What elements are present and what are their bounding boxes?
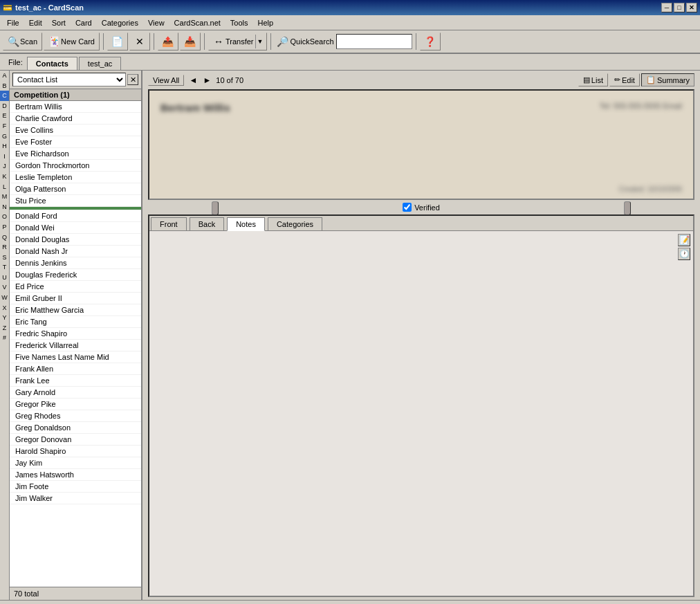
notes-clock-icon[interactable]: 🕐: [678, 248, 690, 260]
list-item[interactable]: Eric Matthew Garcia: [10, 304, 141, 316]
menu-edit[interactable]: Edit: [25, 17, 46, 28]
list-item[interactable]: Jim Foote: [10, 481, 141, 493]
alpha-c[interactable]: C: [0, 91, 9, 101]
list-item[interactable]: Gregor Donovan: [10, 434, 141, 446]
list-item[interactable]: Douglas Frederick: [10, 269, 141, 281]
list-item[interactable]: Donald Wei: [10, 222, 141, 234]
view-all-button[interactable]: View All: [148, 75, 184, 86]
menu-file[interactable]: File: [3, 17, 24, 28]
dropdown-close-button[interactable]: ✕: [127, 74, 138, 85]
scan-button[interactable]: 🔍 Scan: [3, 33, 42, 51]
list-item[interactable]: Donald Nash Jr: [10, 246, 141, 257]
alpha-y[interactable]: Y: [0, 313, 9, 323]
alpha-w[interactable]: W: [0, 293, 9, 303]
list-item[interactable]: Eric Tang: [10, 316, 141, 328]
menu-help[interactable]: Help: [254, 17, 278, 28]
list-item[interactable]: Greg Rhodes: [10, 410, 141, 422]
list-mode-button[interactable]: ▤ List: [578, 73, 608, 86]
alpha-v[interactable]: V: [0, 282, 9, 293]
left-splitter-handle[interactable]: [212, 201, 219, 215]
alpha-k[interactable]: K: [0, 172, 9, 182]
alpha-h[interactable]: H: [0, 141, 9, 152]
list-item[interactable]: Stu Price: [10, 195, 141, 207]
list-item[interactable]: Frank Lee: [10, 375, 141, 387]
edit-mode-button[interactable]: ✏ Edit: [609, 73, 640, 86]
alpha-l[interactable]: L: [0, 182, 9, 192]
list-item[interactable]: Eve Collins: [10, 125, 141, 136]
alpha-p[interactable]: P: [0, 222, 9, 232]
notes-content-area[interactable]: 📝 🕐: [149, 231, 693, 596]
alpha-d[interactable]: D: [0, 101, 9, 111]
transfer-dropdown-arrow[interactable]: ▼: [255, 35, 265, 48]
transfer-button[interactable]: ↔ Transfer ▼: [208, 33, 267, 51]
alpha-u[interactable]: U: [0, 273, 9, 283]
next-nav-icon[interactable]: ►: [201, 74, 213, 86]
list-item[interactable]: Gary Arnold: [10, 387, 141, 399]
list-item[interactable]: Greg Donaldson: [10, 422, 141, 434]
alpha-o[interactable]: O: [0, 212, 9, 222]
list-item[interactable]: Leslie Templeton: [10, 172, 141, 183]
list-item[interactable]: Emil Gruber II: [10, 293, 141, 304]
right-splitter-handle[interactable]: [624, 201, 631, 215]
list-item[interactable]: Ed Price: [10, 281, 141, 293]
list-item[interactable]: Olga Patterson: [10, 183, 141, 195]
alpha-b[interactable]: B: [0, 81, 9, 91]
alpha-a[interactable]: A: [0, 71, 9, 81]
menu-categories[interactable]: Categories: [98, 17, 142, 28]
alpha-t[interactable]: T: [0, 262, 9, 273]
contact-list-scroll[interactable]: Competition (1) Bertram Willis Charlie C…: [10, 89, 141, 587]
list-item[interactable]: Five Names Last Name Mid: [10, 351, 141, 363]
contact-list-dropdown[interactable]: Contact List: [12, 73, 126, 86]
tab-notes[interactable]: Notes: [227, 217, 265, 231]
verified-checkbox[interactable]: [403, 203, 412, 212]
alpha-m[interactable]: M: [0, 192, 9, 202]
list-item[interactable]: Dennis Jenkins: [10, 257, 141, 269]
menu-card[interactable]: Card: [71, 17, 96, 28]
alpha-r[interactable]: R: [0, 242, 9, 253]
list-item[interactable]: James Hatsworth: [10, 469, 141, 481]
minimize-button[interactable]: ─: [661, 3, 672, 12]
list-item[interactable]: Harold Shapiro: [10, 446, 141, 457]
delete-button[interactable]: ✕: [129, 33, 150, 51]
tab-back[interactable]: Back: [190, 217, 224, 230]
export-button[interactable]: 📤: [158, 33, 178, 51]
quick-search-input[interactable]: [336, 34, 412, 49]
list-item[interactable]: Fredric Shapiro: [10, 328, 141, 340]
import-button[interactable]: 📥: [180, 33, 201, 51]
list-item[interactable]: Eve Foster: [10, 136, 141, 148]
list-item[interactable]: Jay Kim: [10, 457, 141, 469]
menu-sort[interactable]: Sort: [48, 17, 70, 28]
menu-tools[interactable]: Tools: [226, 17, 252, 28]
copy-button[interactable]: 📄: [107, 33, 128, 51]
close-button[interactable]: ✕: [686, 3, 697, 12]
tab-front[interactable]: Front: [151, 217, 187, 230]
maximize-button[interactable]: □: [674, 3, 685, 12]
tab-categories[interactable]: Categories: [268, 217, 322, 230]
alpha-z[interactable]: Z: [0, 323, 9, 333]
list-item[interactable]: Frederick Villarreal: [10, 340, 141, 351]
tab-contacts[interactable]: Contacts: [27, 57, 77, 70]
summary-mode-button[interactable]: 📋 Summary: [641, 73, 694, 86]
alpha-n[interactable]: N: [0, 202, 9, 212]
list-item[interactable]: Gregor Pike: [10, 399, 141, 410]
list-item[interactable]: Eve Richardson: [10, 148, 141, 160]
notes-edit-icon[interactable]: 📝: [678, 234, 690, 246]
alpha-e[interactable]: E: [0, 111, 9, 121]
alpha-q[interactable]: Q: [0, 232, 9, 243]
alpha-g[interactable]: G: [0, 131, 9, 142]
alpha-f[interactable]: F: [0, 121, 9, 131]
menu-cardscan-net[interactable]: CardScan.net: [170, 17, 225, 28]
alpha-i[interactable]: I: [0, 152, 9, 162]
list-item[interactable]: Donald Ford: [10, 210, 141, 222]
help-button[interactable]: ❓: [420, 33, 441, 51]
new-card-button[interactable]: 🃏 New Card: [44, 33, 100, 51]
list-item[interactable]: Gordon Throckmorton: [10, 160, 141, 172]
list-item[interactable]: Donald Douglas: [10, 234, 141, 246]
list-item[interactable]: Frank Allen: [10, 363, 141, 375]
list-item[interactable]: Jim Walker: [10, 493, 141, 504]
tab-test-ac[interactable]: test_ac: [79, 57, 121, 70]
menu-view[interactable]: View: [144, 17, 169, 28]
alpha-j[interactable]: J: [0, 161, 9, 172]
list-item[interactable]: Bertram Willis: [10, 101, 141, 113]
alpha-hash[interactable]: #: [0, 333, 9, 343]
